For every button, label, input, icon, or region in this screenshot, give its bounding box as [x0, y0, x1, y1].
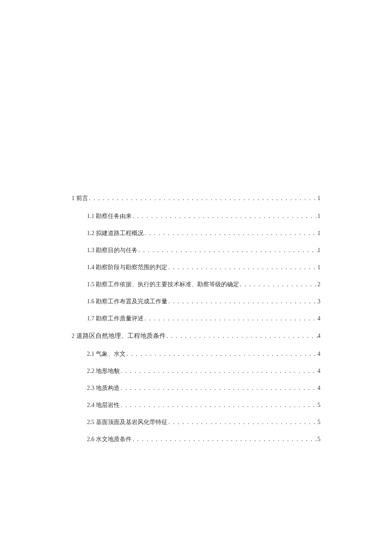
toc-leader-dots: . . . . . . . . . . . . . . . . . . . . …: [138, 247, 317, 254]
toc-entry-page: 4: [317, 315, 320, 322]
toc-entry-page: 4: [317, 351, 320, 357]
toc-leader-dots: . . . . . . . . . . . . . . . . . . . . …: [144, 315, 317, 322]
toc-entry: 1.2 拟建道路工程概况 . . . . . . . . . . . . . .…: [72, 230, 320, 237]
toc-entry-title: 1.3 勘察目的与任务: [87, 247, 138, 254]
toc-entry-page: 4: [317, 368, 320, 375]
toc-entry-page: 1: [317, 213, 320, 220]
toc-entry-page: 1: [317, 264, 320, 271]
toc-entry-title: 1.7 勘察工作质量评述: [87, 315, 144, 323]
toc-entry-title: 2.2 地形地貌: [87, 367, 120, 375]
toc-entry-title: 1.5 勘察工作依据、执行的主要技术标准、勘察等级的确定: [87, 281, 239, 288]
toc-entry-title: 1.6 勘察工作布置及完成工作量: [87, 298, 167, 305]
toc-entry-page: 2: [317, 281, 320, 288]
toc-entry-title: 1 前言: [72, 195, 88, 202]
toc-entry: 2.2 地形地貌 . . . . . . . . . . . . . . . .…: [72, 367, 320, 375]
toc-entry-title: 2.1 气象、水文: [87, 350, 126, 358]
toc-entry: 2.1 气象、水文 . . . . . . . . . . . . . . . …: [72, 350, 320, 358]
toc-entry-page: 4: [317, 333, 320, 340]
toc-entry: 2.6 水文地质条件 . . . . . . . . . . . . . . .…: [72, 436, 320, 443]
toc-leader-dots: . . . . . . . . . . . . . . . . . . . . …: [239, 281, 317, 288]
toc-entry-title: 2.3 地质构造: [87, 384, 120, 392]
toc-entry: 1.7 勘察工作质量评述 . . . . . . . . . . . . . .…: [72, 315, 320, 323]
toc-entry: 2 道路区自然地理、工程地质条件 . . . . . . . . . . . .…: [72, 332, 320, 340]
toc-entry-page: 5: [317, 419, 320, 426]
toc-entry-title: 2.6 水文地质条件: [87, 436, 132, 443]
toc-entry: 1.6 勘察工作布置及完成工作量 . . . . . . . . . . . .…: [72, 298, 320, 305]
toc-leader-dots: . . . . . . . . . . . . . . . . . . . . …: [132, 436, 317, 443]
toc-entry-title: 1.1 勘察任务由来: [87, 212, 132, 220]
toc-entry-page: 1: [317, 195, 320, 202]
toc-leader-dots: . . . . . . . . . . . . . . . . . . . . …: [132, 213, 317, 220]
toc-entry: 2.5 基面顶面及基岩风化带特征 . . . . . . . . . . . .…: [72, 418, 320, 426]
toc-leader-dots: . . . . . . . . . . . . . . . . . . . . …: [144, 230, 317, 237]
toc-entry-title: 1.4 勘察阶段与勘察范围的判定: [87, 264, 167, 271]
toc-leader-dots: . . . . . . . . . . . . . . . . . . . . …: [120, 368, 317, 375]
toc-entry-page: 3: [317, 298, 320, 305]
toc-entry: 1.4 勘察阶段与勘察范围的判定 . . . . . . . . . . . .…: [72, 264, 320, 271]
toc-leader-dots: . . . . . . . . . . . . . . . . . . . . …: [167, 419, 317, 426]
toc-entry-page: 1: [317, 247, 320, 254]
toc-entry-title: 2.5 基面顶面及基岩风化带特征: [87, 418, 167, 426]
toc-entry-title-text: 道路区自然地理、工程地质条件: [76, 332, 166, 339]
toc-leader-dots: . . . . . . . . . . . . . . . . . . . . …: [120, 402, 317, 409]
toc-entry: 1 前言 . . . . . . . . . . . . . . . . . .…: [72, 195, 320, 202]
toc-entry: 2.3 地质构造 . . . . . . . . . . . . . . . .…: [72, 384, 320, 392]
table-of-contents: 1 前言 . . . . . . . . . . . . . . . . . .…: [72, 195, 320, 443]
toc-leader-dots: . . . . . . . . . . . . . . . . . . . . …: [167, 264, 317, 271]
toc-leader-dots: . . . . . . . . . . . . . . . . . . . . …: [167, 298, 317, 305]
toc-leader-dots: . . . . . . . . . . . . . . . . . . . . …: [166, 333, 318, 340]
toc-leader-dots: . . . . . . . . . . . . . . . . . . . . …: [120, 385, 317, 392]
toc-entry-page: 4: [317, 385, 320, 392]
toc-leader-dots: . . . . . . . . . . . . . . . . . . . . …: [126, 351, 317, 357]
toc-entry-title: 2.4 地层岩性: [87, 401, 120, 409]
toc-entry-page: 1: [317, 230, 320, 237]
toc-entry: 1.5 勘察工作依据、执行的主要技术标准、勘察等级的确定 . . . . . .…: [72, 281, 320, 288]
toc-entry-title: 1.2 拟建道路工程概况: [87, 230, 144, 237]
toc-entry-title: 2 道路区自然地理、工程地质条件: [72, 332, 166, 340]
toc-entry-page: 5: [317, 402, 320, 409]
toc-entry-page: 5: [317, 436, 320, 443]
toc-entry: 2.4 地层岩性 . . . . . . . . . . . . . . . .…: [72, 401, 320, 409]
toc-leader-dots: . . . . . . . . . . . . . . . . . . . . …: [88, 195, 318, 202]
toc-entry: 1.3 勘察目的与任务 . . . . . . . . . . . . . . …: [72, 247, 320, 254]
toc-entry: 1.1 勘察任务由来 . . . . . . . . . . . . . . .…: [72, 212, 320, 220]
